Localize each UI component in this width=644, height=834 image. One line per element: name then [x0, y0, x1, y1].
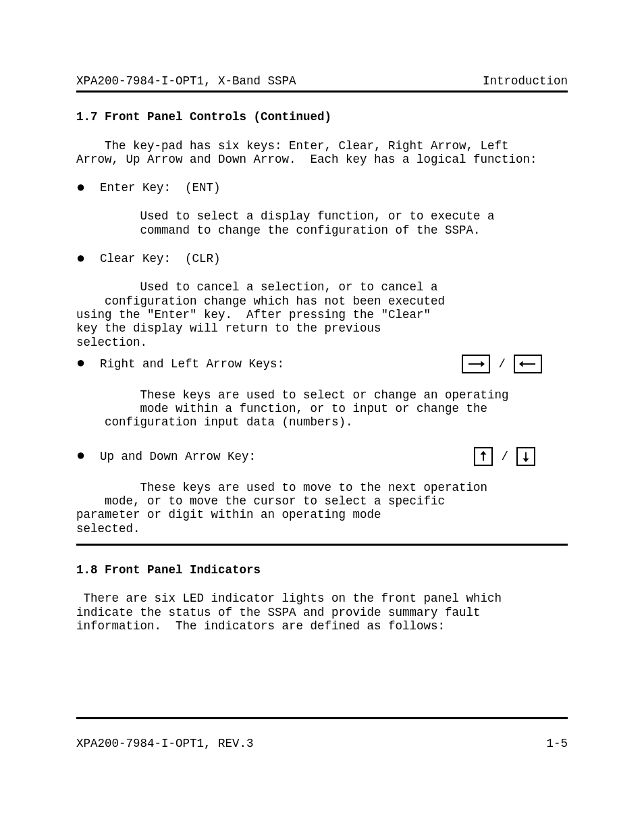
svg-marker-3 [519, 361, 523, 367]
header-rule [76, 90, 568, 93]
bullet-ud-arrow-desc: These keys are used to move to the next … [76, 481, 568, 536]
slash-separator: / [501, 450, 508, 463]
down-arrow-key-icon [516, 447, 535, 466]
right-arrow-key-icon [462, 355, 490, 373]
up-arrow-key-icon [474, 447, 493, 466]
page-footer: XPA200-7984-I-OPT1, REV.3 1-5 [76, 709, 568, 753]
slash-separator: / [498, 357, 506, 371]
bullet-dot-icon: ● [76, 255, 86, 263]
bullet-ud-arrow-row: ● Up and Down Arrow Key: / [76, 447, 568, 466]
section-1-8-paragraph: There are six LED indicator lights on th… [76, 592, 568, 633]
bullet-dot-icon: ● [76, 360, 86, 367]
page-header: XPA200-7984-I-OPT1, X-Band SSPA Introduc… [76, 74, 568, 88]
bullet-ud-arrow-label: Up and Down Arrow Key: [86, 450, 256, 463]
bullet-lr-arrow-label: Right and Left Arrow Keys: [86, 357, 284, 371]
footer-rule [76, 717, 568, 719]
bullet-clear-key: ● Clear Key: (CLR) [76, 252, 568, 265]
section-1-8-heading: 1.8 Front Panel Indicators [76, 563, 568, 577]
header-doc-id: XPA200-7984-I-OPT1, X-Band SSPA [76, 74, 296, 88]
intro-paragraph: The key-pad has six keys: Enter, Clear, … [76, 139, 568, 167]
svg-marker-5 [481, 450, 487, 454]
section-divider [76, 544, 568, 546]
bullet-dot-icon: ● [76, 184, 86, 192]
header-section: Introduction [483, 74, 568, 88]
bullet-enter-label: Enter Key: (ENT) [86, 181, 221, 194]
bullet-lr-arrow-row: ● Right and Left Arrow Keys: / [76, 355, 568, 373]
bullet-clear-desc: Used to cancel a selection, or to cancel… [76, 280, 568, 348]
left-arrow-key-icon [514, 355, 542, 373]
bullet-dot-icon: ● [76, 452, 86, 460]
section-1-7-heading: 1.7 Front Panel Controls (Continued) [76, 110, 568, 124]
svg-marker-7 [522, 459, 529, 463]
bullet-lr-arrow-desc: These keys are used to select or change … [76, 388, 568, 429]
footer-page-number: 1-5 [546, 737, 568, 750]
bullet-enter-key: ● Enter Key: (ENT) [76, 181, 568, 194]
footer-doc-rev: XPA200-7984-I-OPT1, REV.3 [76, 737, 254, 750]
svg-marker-1 [481, 361, 485, 367]
bullet-enter-desc: Used to select a display function, or to… [76, 209, 568, 237]
bullet-clear-label: Clear Key: (CLR) [86, 252, 221, 265]
